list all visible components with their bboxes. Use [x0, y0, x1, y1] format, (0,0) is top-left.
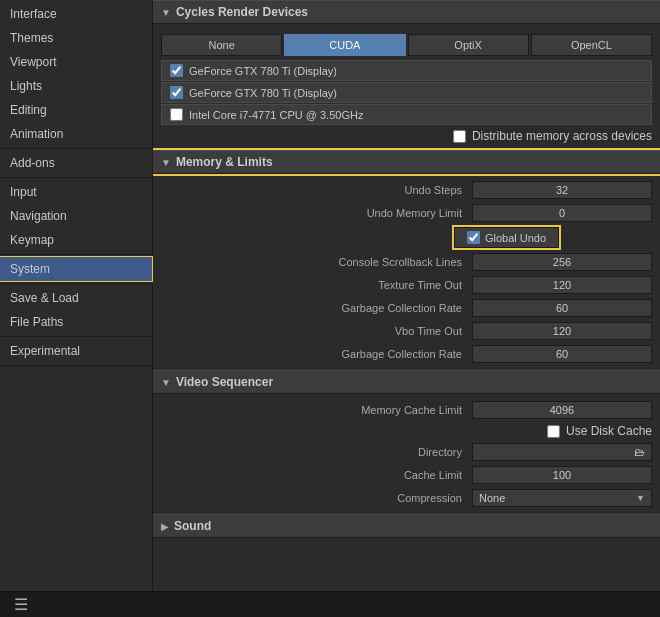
sidebar-item-experimental[interactable]: Experimental — [0, 339, 152, 363]
video-section-title: Video Sequencer — [176, 375, 273, 389]
cache-limit-row: Cache Limit 100 — [153, 464, 660, 486]
texture-timeout-value[interactable]: 120 — [472, 276, 652, 294]
tab-opencl[interactable]: OpenCL — [531, 34, 652, 56]
directory-value[interactable]: 🗁 — [472, 443, 652, 461]
cycles-section-title: Cycles Render Devices — [176, 5, 308, 19]
cache-limit-label: Cache Limit — [161, 469, 472, 481]
sidebar-item-interface[interactable]: Interface — [0, 2, 152, 26]
garbage-collection-row-2: Garbage Collection Rate 60 — [153, 343, 660, 365]
sidebar-item-keymap[interactable]: Keymap — [0, 228, 152, 252]
memory-cache-value[interactable]: 4096 — [472, 401, 652, 419]
sidebar-item-viewport[interactable]: Viewport — [0, 50, 152, 74]
sidebar-item-input[interactable]: Input — [0, 180, 152, 204]
sidebar-item-lights[interactable]: Lights — [0, 74, 152, 98]
tab-cuda[interactable]: CUDA — [284, 34, 405, 56]
global-undo-button[interactable]: Global Undo — [454, 227, 559, 248]
compression-select[interactable]: None ▼ — [472, 489, 652, 507]
menu-icon-button[interactable]: ☰ — [8, 593, 34, 616]
global-undo-checkbox[interactable] — [467, 231, 480, 244]
distribute-row: Distribute memory across devices — [153, 126, 660, 146]
menu-icon: ☰ — [14, 596, 28, 613]
sidebar-item-editing[interactable]: Editing — [0, 98, 152, 122]
memory-cache-label: Memory Cache Limit — [161, 404, 472, 416]
device-row-2: Intel Core i7-4771 CPU @ 3.50GHz — [161, 104, 652, 125]
garbage-collection-label-2: Garbage Collection Rate — [161, 348, 472, 360]
cycles-collapse-icon: ▼ — [161, 7, 171, 18]
garbage-collection-row-1: Garbage Collection Rate 60 — [153, 297, 660, 319]
compression-arrow-icon: ▼ — [636, 493, 645, 503]
undo-memory-row: Undo Memory Limit 0 — [153, 202, 660, 224]
video-section-dots: · · · — [633, 377, 652, 388]
cycles-section-dots: · · · — [633, 7, 652, 18]
sidebar-item-addons[interactable]: Add-ons — [0, 151, 152, 175]
use-disk-label: Use Disk Cache — [566, 424, 652, 438]
console-scrollback-value[interactable]: 256 — [472, 253, 652, 271]
sound-section-title: Sound — [174, 519, 211, 533]
undo-steps-row: Undo Steps 32 — [153, 179, 660, 201]
memory-section-dots: · · · — [633, 157, 652, 168]
tab-none[interactable]: None — [161, 34, 282, 56]
video-section-content: Memory Cache Limit 4096 Use Disk Cache D… — [153, 394, 660, 514]
garbage-collection-value-2[interactable]: 60 — [472, 345, 652, 363]
sound-section-header[interactable]: ▶ Sound · · · — [153, 514, 660, 538]
device-checkbox-2[interactable] — [170, 108, 183, 121]
device-label-0: GeForce GTX 780 Ti (Display) — [189, 65, 337, 77]
distribute-checkbox[interactable] — [453, 130, 466, 143]
undo-memory-value[interactable]: 0 — [472, 204, 652, 222]
sidebar-section-experimental: Experimental — [0, 337, 152, 366]
garbage-collection-value-1[interactable]: 60 — [472, 299, 652, 317]
sound-section-dots: · · · — [633, 521, 652, 532]
sidebar-item-navigation[interactable]: Navigation — [0, 204, 152, 228]
tab-optix[interactable]: OptiX — [408, 34, 529, 56]
vbo-timeout-label: Vbo Time Out — [161, 325, 472, 337]
undo-steps-value[interactable]: 32 — [472, 181, 652, 199]
sidebar-section-system: System — [0, 255, 152, 284]
folder-icon: 🗁 — [634, 446, 645, 458]
sidebar-item-file-paths[interactable]: File Paths — [0, 310, 152, 334]
device-checkbox-1[interactable] — [170, 86, 183, 99]
device-row-0: GeForce GTX 780 Ti (Display) — [161, 60, 652, 81]
distribute-label: Distribute memory across devices — [472, 129, 652, 143]
undo-steps-label: Undo Steps — [161, 184, 472, 196]
memory-section-content: Undo Steps 32 Undo Memory Limit 0 Global… — [153, 174, 660, 370]
sidebar-item-system[interactable]: System — [0, 257, 152, 281]
video-collapse-icon: ▼ — [161, 377, 171, 388]
console-scrollback-row: Console Scrollback Lines 256 — [153, 251, 660, 273]
texture-timeout-row: Texture Time Out 120 — [153, 274, 660, 296]
memory-collapse-icon: ▼ — [161, 157, 171, 168]
sidebar: Interface Themes Viewport Lights Editing… — [0, 0, 153, 591]
menu-bar: ☰ — [0, 591, 660, 617]
device-checkbox-0[interactable] — [170, 64, 183, 77]
compression-label: Compression — [161, 492, 472, 504]
device-label-2: Intel Core i7-4771 CPU @ 3.50GHz — [189, 109, 363, 121]
app-container: Interface Themes Viewport Lights Editing… — [0, 0, 660, 591]
undo-memory-label: Undo Memory Limit — [161, 207, 472, 219]
device-label-1: GeForce GTX 780 Ti (Display) — [189, 87, 337, 99]
texture-timeout-label: Texture Time Out — [161, 279, 472, 291]
use-disk-checkbox[interactable] — [547, 425, 560, 438]
sidebar-section-interface: Interface Themes Viewport Lights Editing… — [0, 0, 152, 149]
sidebar-section-input: Input Navigation Keymap — [0, 178, 152, 255]
global-undo-label: Global Undo — [485, 232, 546, 244]
cycles-section-header[interactable]: ▼ Cycles Render Devices · · · — [153, 0, 660, 24]
cache-limit-value[interactable]: 100 — [472, 466, 652, 484]
sidebar-item-save-load[interactable]: Save & Load — [0, 286, 152, 310]
memory-cache-row: Memory Cache Limit 4096 — [153, 399, 660, 421]
memory-section-header[interactable]: ▼ Memory & Limits · · · — [153, 150, 660, 174]
use-disk-row: Use Disk Cache — [153, 422, 660, 440]
compression-row: Compression None ▼ — [153, 487, 660, 509]
directory-label: Directory — [161, 446, 472, 458]
sidebar-section-addons: Add-ons — [0, 149, 152, 178]
main-content: ▼ Cycles Render Devices · · · None CUDA … — [153, 0, 660, 591]
global-undo-row: Global Undo — [353, 225, 660, 250]
console-scrollback-label: Console Scrollback Lines — [161, 256, 472, 268]
compression-value: None — [479, 492, 505, 504]
sidebar-item-themes[interactable]: Themes — [0, 26, 152, 50]
vbo-timeout-value[interactable]: 120 — [472, 322, 652, 340]
render-device-tabs: None CUDA OptiX OpenCL — [161, 34, 652, 56]
video-section-header[interactable]: ▼ Video Sequencer · · · — [153, 370, 660, 394]
sidebar-item-animation[interactable]: Animation — [0, 122, 152, 146]
sound-collapse-icon: ▶ — [161, 521, 169, 532]
device-row-1: GeForce GTX 780 Ti (Display) — [161, 82, 652, 103]
garbage-collection-label-1: Garbage Collection Rate — [161, 302, 472, 314]
